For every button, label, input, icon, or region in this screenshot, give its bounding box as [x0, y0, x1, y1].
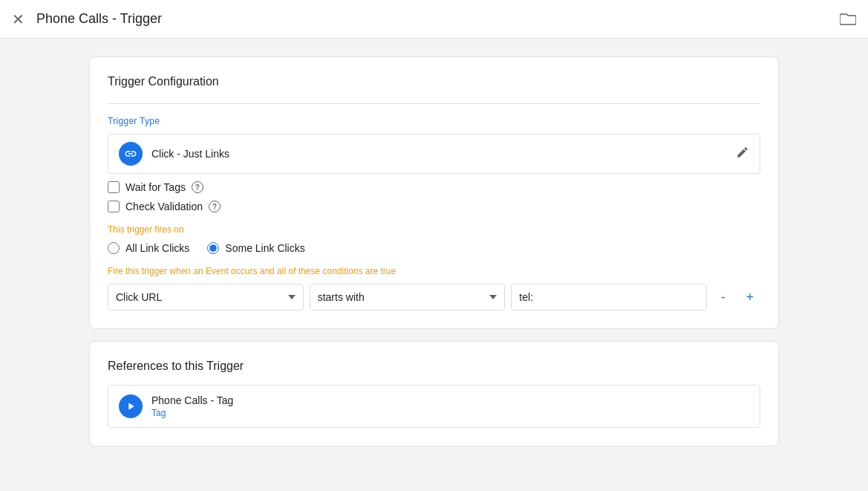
condition-field-select[interactable]: Click URL Click Element Click Classes Cl…: [108, 284, 304, 310]
page-title: Phone Calls - Trigger: [36, 11, 840, 27]
header: ✕ Phone Calls - Trigger: [0, 0, 868, 39]
conditions-label: Fire this trigger when an Event occurs a…: [108, 266, 760, 276]
condition-value-input[interactable]: [511, 284, 707, 310]
references-title: References to this Trigger: [108, 360, 760, 373]
radio-some-link-clicks-label[interactable]: Some Link Clicks: [225, 242, 304, 254]
check-validation-checkbox[interactable]: [108, 201, 120, 212]
reference-name: Phone Calls - Tag: [151, 394, 233, 406]
conditions-row: Click URL Click Element Click Classes Cl…: [108, 284, 760, 310]
check-validation-label[interactable]: Check Validation: [125, 201, 203, 212]
reference-icon: [119, 394, 143, 418]
close-button[interactable]: ✕: [12, 10, 25, 28]
radio-some-link-clicks[interactable]: Some Link Clicks: [207, 242, 304, 254]
remove-condition-button[interactable]: -: [713, 287, 734, 308]
edit-icon[interactable]: [736, 146, 749, 163]
reference-info: Phone Calls - Tag Tag: [151, 394, 233, 418]
reference-item[interactable]: Phone Calls - Tag Tag: [108, 385, 760, 428]
main-content: Trigger Configuration Trigger Type Click…: [0, 39, 868, 464]
trigger-type-name: Click - Just Links: [151, 148, 229, 160]
radio-all-link-clicks[interactable]: All Link Clicks: [108, 242, 189, 254]
radio-all-link-clicks-label[interactable]: All Link Clicks: [125, 242, 189, 254]
trigger-config-card: Trigger Configuration Trigger Type Click…: [89, 56, 779, 329]
radio-all-link-clicks-input[interactable]: [108, 242, 120, 254]
wait-for-tags-label[interactable]: Wait for Tags: [125, 181, 186, 193]
wait-for-tags-help-icon[interactable]: ?: [192, 181, 203, 193]
trigger-config-title: Trigger Configuration: [108, 75, 760, 88]
trigger-type-row[interactable]: Click - Just Links: [108, 134, 760, 174]
condition-operator-select[interactable]: starts with contains equals matches RegE…: [310, 284, 506, 310]
radio-group: All Link Clicks Some Link Clicks: [108, 242, 760, 254]
wait-for-tags-row: Wait for Tags ?: [108, 181, 760, 193]
trigger-type-label: Trigger Type: [108, 116, 760, 126]
trigger-type-icon: [119, 142, 143, 166]
add-condition-button[interactable]: +: [740, 287, 760, 308]
references-card: References to this Trigger Phone Calls -…: [89, 341, 779, 446]
radio-some-link-clicks-input[interactable]: [207, 242, 219, 254]
check-validation-help-icon[interactable]: ?: [209, 201, 221, 212]
trigger-type-left: Click - Just Links: [119, 142, 229, 166]
reference-type: Tag: [151, 408, 233, 418]
folder-icon[interactable]: [840, 13, 856, 26]
fires-on-label: This trigger fires on: [108, 224, 760, 235]
check-validation-row: Check Validation ?: [108, 201, 760, 212]
wait-for-tags-checkbox[interactable]: [108, 181, 120, 193]
